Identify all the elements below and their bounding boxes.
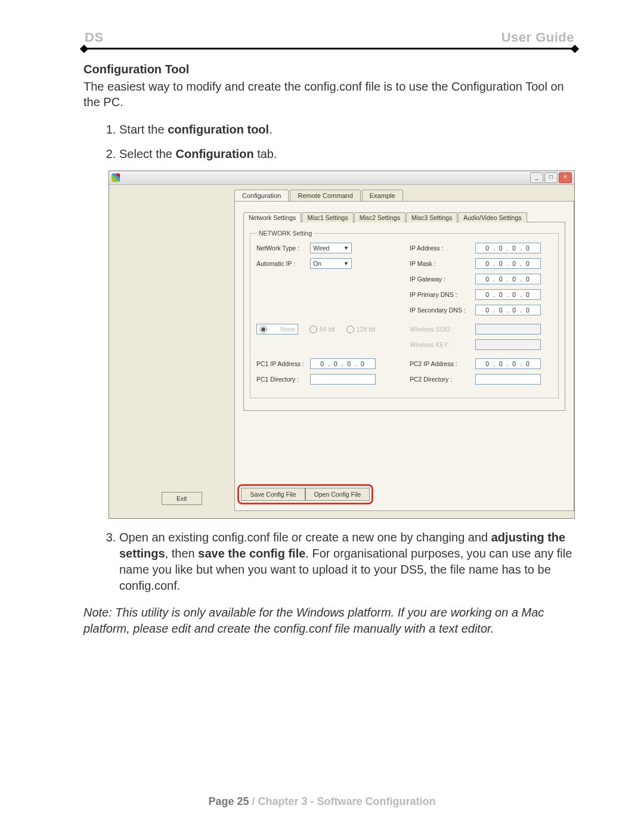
step-2: Select the Configuration tab. [119,146,575,162]
intro-paragraph: The easiest way to modify and create the… [83,79,575,110]
app-icon [112,174,120,182]
label-pc1-dir: PC1 Directory : [256,376,310,383]
input-pc1-ip[interactable]: 0 . 0 . 0 . 0 [310,358,376,369]
radio-wep-128[interactable]: 128 bit [346,326,376,333]
section-title: Configuration Tool [83,63,575,76]
subtab-misc2[interactable]: Misc2 Settings [354,212,405,222]
label-wireless-ssid: Wireless SSID : [410,326,475,333]
label-network-type: NetWork Type : [256,244,310,252]
step-1: Start the configuration tool. [119,122,575,138]
label-automatic-ip: Automatic IP : [256,260,310,267]
window-titlebar[interactable]: _ □ × [109,171,574,185]
input-ip-gateway[interactable]: 0 . 0 . 0 . 0 [475,274,541,284]
group-legend: NETWORK Setting [256,230,314,237]
step-3: Open an existing config.conf file or cre… [119,529,575,594]
chevron-down-icon: ▼ [343,261,349,267]
input-pc2-ip[interactable]: 0 . 0 . 0 . 0 [475,358,541,369]
label-wireless-key: Wireless KEY : [410,341,475,348]
radio-wep-64[interactable]: 64 bit [309,326,335,333]
radio-wep-none[interactable]: None [256,324,298,335]
label-ip-gateway: IP Gateway : [410,275,475,283]
subtab-av[interactable]: Audio/Video Settings [458,212,527,222]
label-pc1-ip: PC1 IP Address : [256,360,310,367]
network-setting-group: NETWORK Setting NetWork Type : Wired▼ [250,230,559,398]
input-ip-secondary-dns[interactable]: 0 . 0 . 0 . 0 [475,305,541,315]
save-config-button[interactable]: Save Config File [241,488,305,501]
configuration-panel: Network Settings Misc1 Settings Misc2 Se… [234,201,574,511]
label-pc2-ip: PC2 IP Address : [410,360,475,367]
label-pc2-dir: PC2 Directory : [410,376,475,383]
header-left: DS [85,30,104,45]
input-pc1-dir[interactable] [310,374,376,385]
tab-example[interactable]: Example [362,190,403,201]
minimize-button[interactable]: _ [530,172,543,183]
subtab-misc3[interactable]: Misc3 Settings [406,212,457,222]
maximize-button[interactable]: □ [544,172,558,183]
tab-configuration[interactable]: Configuration [234,190,289,201]
header-right: User Guide [501,30,574,45]
select-network-type[interactable]: Wired▼ [310,243,352,253]
input-pc2-dir[interactable] [475,374,541,385]
page-footer: Page 25 / Chapter 3 - Software Configura… [0,795,644,808]
close-button[interactable]: × [559,172,572,183]
step-list: Start the configuration tool. Select the… [83,122,575,162]
network-settings-panel: NETWORK Setting NetWork Type : Wired▼ [243,222,565,411]
subtab-misc1[interactable]: Misc1 Settings [302,212,353,222]
header-rule [83,48,575,49]
label-ip-mask: IP Mask : [410,260,475,267]
input-ip-address[interactable]: 0 . 0 . 0 . 0 [475,243,541,253]
input-ip-primary-dns[interactable]: 0 . 0 . 0 . 0 [475,289,541,300]
tab-remote-command[interactable]: Remote Command [290,190,360,201]
highlighted-buttons: Save Config File Open Config File [237,484,373,504]
select-automatic-ip[interactable]: On▼ [310,258,352,269]
exit-button[interactable]: Exit [162,492,202,505]
platform-note: Note: This utility is only available for… [83,605,575,637]
label-ip-primary-dns: IP Primary DNS : [410,291,475,298]
input-wireless-key [475,339,541,350]
label-ip-address: IP Address : [410,244,475,252]
config-tool-window: _ □ × Configuration Remote Command Examp… [109,171,575,519]
input-ip-mask[interactable]: 0 . 0 . 0 . 0 [475,258,541,269]
input-wireless-ssid [475,324,541,335]
open-config-button[interactable]: Open Config File [305,488,370,501]
label-ip-secondary-dns: IP Secondary DNS : [410,306,475,314]
chevron-down-icon: ▼ [343,245,349,251]
subtab-network[interactable]: Network Settings [243,212,301,222]
step-list-continued: Open an existing config.conf file or cre… [83,529,575,594]
